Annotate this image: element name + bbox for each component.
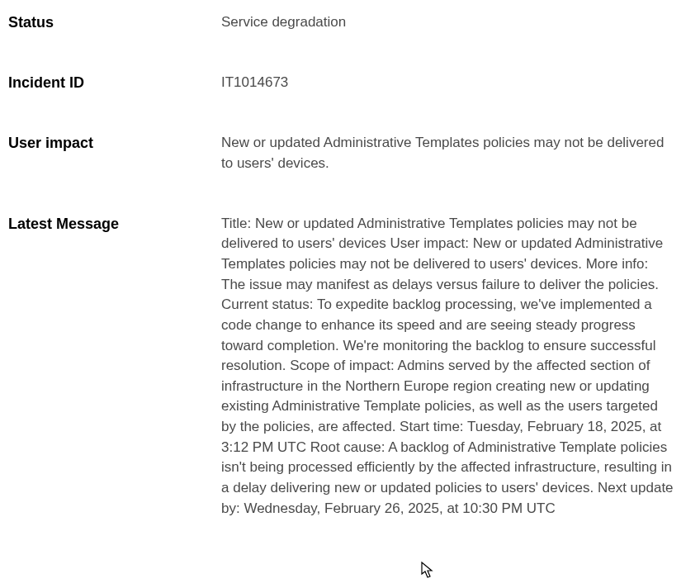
user-impact-row: User impact New or updated Administrativ…: [8, 133, 683, 173]
incident-id-label: Incident ID: [8, 73, 221, 93]
incident-id-value: IT1014673: [221, 73, 683, 93]
latest-message-value: Title: New or updated Administrative Tem…: [221, 214, 683, 519]
latest-message-row: Latest Message Title: New or updated Adm…: [8, 214, 683, 519]
user-impact-label: User impact: [8, 133, 221, 154]
user-impact-value: New or updated Administrative Templates …: [221, 133, 683, 173]
latest-message-label: Latest Message: [8, 214, 221, 235]
incident-id-row: Incident ID IT1014673: [8, 73, 683, 93]
status-label: Status: [8, 12, 221, 33]
mouse-cursor-icon: [421, 562, 436, 580]
status-value: Service degradation: [221, 12, 683, 33]
status-row: Status Service degradation: [8, 12, 683, 33]
